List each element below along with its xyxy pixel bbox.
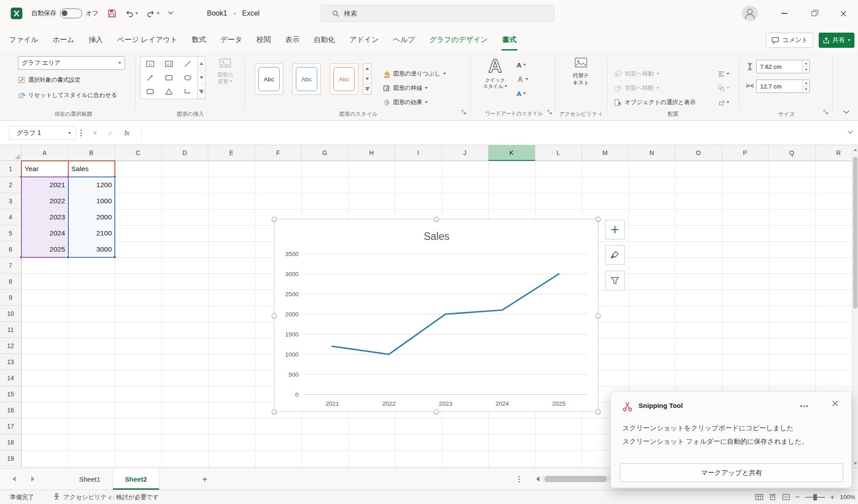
zoom-in-button[interactable]: + (830, 493, 835, 502)
markup-and-share-button[interactable]: マークアップと共有 (620, 463, 843, 482)
comments-button[interactable]: コメント (766, 33, 813, 48)
shape-outline-button[interactable]: 図形の枠線 (383, 82, 428, 94)
column-header-H[interactable]: H (349, 145, 395, 161)
cell-B3[interactable]: 1000 (68, 193, 115, 209)
chart-resize-handle[interactable] (596, 217, 601, 222)
cell-B5[interactable]: 2100 (68, 225, 115, 241)
row-header-10[interactable]: 10 (0, 306, 21, 322)
shape-style-tile-1[interactable]: Abc (255, 63, 283, 95)
range-handle[interactable] (113, 175, 116, 178)
sheet-tab-Sheet1[interactable]: Sheet1 (67, 468, 113, 490)
vertical-scrollbar[interactable] (852, 145, 858, 468)
spinner-up-icon[interactable] (805, 63, 808, 64)
range-handle[interactable] (113, 256, 116, 259)
shape-style-tile-2[interactable]: Abc (292, 63, 321, 95)
chart-resize-handle[interactable] (596, 409, 601, 414)
align-button[interactable] (718, 68, 729, 80)
format-selection-button[interactable]: 選択対象の書式設定 (18, 74, 80, 86)
chart-resize-handle[interactable] (272, 313, 277, 318)
group-objects-button[interactable] (718, 82, 729, 94)
shape-style-tile-3[interactable]: Abc (330, 63, 358, 95)
spinner-down-icon[interactable] (805, 88, 808, 90)
chart[interactable]: 0500100015002000250030003500202120222023… (274, 219, 598, 412)
column-header-F[interactable]: F (255, 145, 302, 161)
row-header-7[interactable]: 7 (0, 257, 21, 273)
collapse-ribbon-button[interactable] (843, 110, 850, 114)
ribbon-tab-グラフのデザイン[interactable]: グラフのデザイン (429, 27, 488, 53)
column-header-P[interactable]: P (722, 145, 769, 161)
horizontal-scrollbar-thumb[interactable] (544, 476, 607, 482)
restore-button[interactable] (801, 0, 827, 27)
cell-A4[interactable]: 2023 (21, 209, 68, 225)
row-header-8[interactable]: 8 (0, 273, 21, 290)
gallery-more-icon[interactable] (363, 84, 371, 94)
shape-effects-button[interactable]: 図形の効果 (383, 97, 428, 108)
share-button[interactable]: 共有 (819, 33, 854, 48)
undo-button[interactable] (125, 9, 138, 18)
ribbon-tab-アドイン[interactable]: アドイン (349, 27, 379, 53)
page-layout-view-icon[interactable] (769, 494, 777, 500)
excel-logo-icon[interactable] (10, 7, 23, 20)
chart-resize-handle[interactable] (596, 313, 601, 318)
cancel-button[interactable]: × (88, 126, 102, 140)
enter-button[interactable]: ✓ (104, 126, 117, 140)
row-header-9[interactable]: 9 (0, 290, 21, 306)
bring-forward-button[interactable]: 前面へ移動 (614, 68, 659, 80)
vertical-textbox-icon[interactable]: A (164, 59, 173, 68)
zoom-slider-thumb[interactable] (813, 494, 817, 500)
horizontal-scrollbar[interactable] (542, 476, 613, 482)
spinner-up-icon[interactable] (805, 82, 808, 84)
select-all-button[interactable] (0, 145, 21, 161)
cell-B2[interactable]: 1200 (68, 177, 115, 193)
text-effects-button[interactable]: A (517, 88, 526, 99)
row-header-6[interactable]: 6 (0, 241, 21, 257)
triangle-shape-icon[interactable] (164, 87, 173, 96)
cell-A5[interactable]: 2024 (21, 225, 68, 241)
scroll-up-icon[interactable] (852, 146, 858, 153)
formula-bar-drag-handle[interactable] (80, 130, 82, 136)
notification-more-icon[interactable] (800, 405, 808, 407)
line-shape-icon[interactable] (183, 59, 192, 68)
spinner-down-icon[interactable] (805, 69, 808, 71)
cell-B1[interactable]: Sales (68, 161, 115, 177)
column-header-M[interactable]: M (582, 145, 629, 161)
sheet-more-icon[interactable] (518, 476, 520, 483)
zoom-level[interactable]: 100% (840, 494, 855, 500)
column-header-I[interactable]: I (395, 145, 442, 161)
row-header-5[interactable]: 5 (0, 225, 21, 241)
column-header-D[interactable]: D (162, 145, 209, 161)
sheet-tab-Sheet2[interactable]: Sheet2 (113, 468, 160, 490)
chart-styles-button[interactable] (605, 245, 625, 265)
shape-fill-button[interactable]: 図形の塗りつぶし (383, 68, 446, 80)
gallery-down-icon[interactable] (363, 74, 371, 84)
chart-filters-button[interactable] (605, 271, 625, 290)
rotate-button[interactable] (718, 97, 729, 108)
range-handle[interactable] (20, 256, 23, 259)
cell-B6[interactable]: 3000 (68, 241, 115, 257)
row-header-12[interactable]: 12 (0, 338, 21, 354)
chart-element-combo[interactable]: グラフ エリア (18, 56, 125, 70)
ribbon-tab-ホーム[interactable]: ホーム (53, 27, 75, 53)
reset-to-match-style-button[interactable]: リセットしてスタイルに合わせる (18, 89, 117, 101)
ribbon-tab-数式[interactable]: 数式 (192, 27, 206, 53)
column-header-J[interactable]: J (442, 145, 489, 161)
sheet-nav-left-icon[interactable] (6, 468, 21, 490)
gallery-up-icon[interactable] (198, 57, 205, 71)
expand-formula-bar-button[interactable] (847, 130, 854, 134)
ellipse-shape-icon[interactable] (183, 73, 192, 82)
text-fill-button[interactable]: A (517, 59, 526, 71)
ribbon-tab-挿入[interactable]: 挿入 (88, 27, 103, 53)
user-avatar[interactable] (742, 5, 758, 21)
row-header-3[interactable]: 3 (0, 193, 21, 209)
height-spinner[interactable] (802, 60, 809, 73)
shape-width-field[interactable]: 12.7 cm (756, 80, 810, 93)
row-header-2[interactable]: 2 (0, 177, 21, 193)
gallery-more-icon[interactable] (198, 85, 205, 99)
row-header-17[interactable]: 17 (0, 418, 21, 434)
autosave-toggle[interactable] (60, 8, 82, 18)
ribbon-tab-表示[interactable]: 表示 (285, 27, 299, 53)
column-header-E[interactable]: E (208, 145, 255, 161)
shape-height-field[interactable]: 7.62 cm (756, 60, 810, 73)
textbox-icon[interactable]: A (146, 59, 155, 68)
search-box[interactable]: 検索 (321, 5, 554, 22)
